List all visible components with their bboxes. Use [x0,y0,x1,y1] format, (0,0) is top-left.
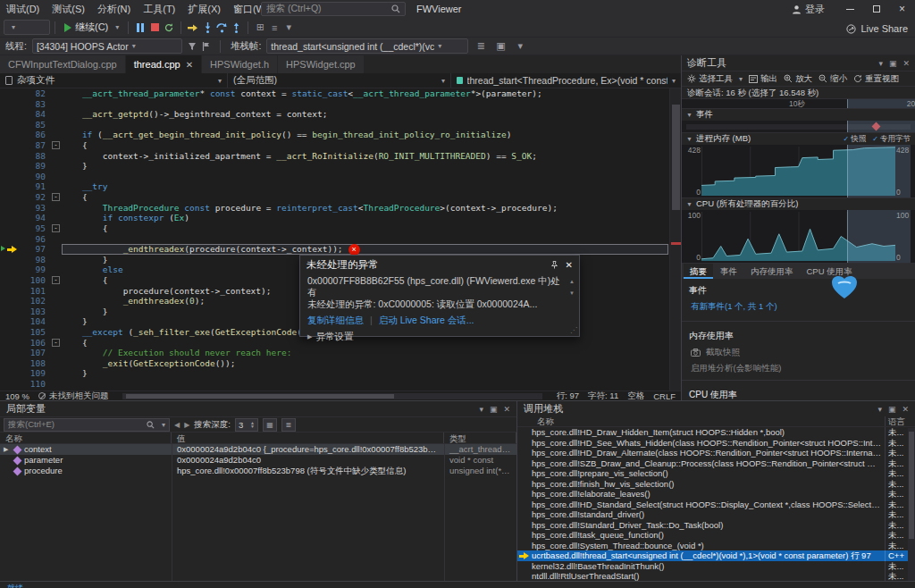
code-line-90[interactable]: 90 [0,172,668,182]
break-all-button[interactable] [133,21,147,35]
stack-frame-10[interactable]: hps_core.dll!task_queue_function()未... [517,530,915,541]
stack-frame-12[interactable]: ucrtbased.dll!thread_start<unsigned int … [517,550,915,561]
cpu-chart[interactable]: 100 0 100 0 [682,210,915,264]
locals-row-procedure[interactable]: procedurehps_core.dll!0x00007ff8b523b798… [0,466,516,476]
frame-list-icon[interactable]: ≣ [474,39,488,54]
stack-frame-4[interactable]: hps_core.dll!prepare_vis_selection()未... [517,468,915,479]
tab-thread-cpp[interactable]: thread.cpp✕ [126,55,201,73]
exception-thrown-icon[interactable]: × [348,244,360,255]
fold-collapse-icon[interactable]: - [52,276,60,284]
fold-collapse-icon[interactable]: - [52,141,60,149]
new-events-link[interactable]: 有新事件(1 个, 共 1 个) [682,299,915,318]
locals-toolbar-icon-b[interactable]: ≣ [281,418,296,432]
stack-frame-7[interactable]: hps_core.dll!HD_Standard_Select(struct H… [517,500,915,510]
code-line-84[interactable]: 84 __acrt_getptd()->_beginthread_context… [0,109,668,120]
panel-pin-icon[interactable]: ▣ [889,59,897,68]
toolbar-more-icon[interactable]: ▾ [281,21,296,35]
floating-assistant-icon[interactable] [829,275,860,302]
fold-collapse-icon[interactable]: - [52,193,60,201]
output-button[interactable]: 输出 [747,73,779,85]
code-line-86[interactable]: 86 if (__acrt_get_begin_thread_init_poli… [0,130,668,140]
code-line-96[interactable]: 96 [0,234,668,245]
locals-column-2[interactable]: 类型 [444,433,516,443]
frame-more-icon[interactable]: ▾ [513,39,527,54]
fold-collapse-icon[interactable]: - [52,339,60,347]
expand-icon[interactable]: ▶ [4,444,11,455]
panel-pin-icon[interactable]: ▣ [888,405,896,414]
show-next-statement-button[interactable] [186,21,200,35]
search-depth-stepper[interactable]: 3 ▲▼ [235,418,258,432]
toolbar-options-icon[interactable]: ≡ [267,21,281,35]
minimize-button[interactable] [837,0,863,18]
code-line-109[interactable]: 109 } [0,368,668,379]
panel-close-icon[interactable]: ✕ [902,405,909,414]
code-line-110[interactable]: 110 [0,379,668,390]
select-tool-button[interactable]: 选择工具▾ [685,73,744,85]
panel-menu-icon[interactable]: ▾ [877,405,882,414]
cpu-section-header[interactable]: ▼ CPU (所有处理器的百分比) [682,198,915,210]
zoom-in-button[interactable]: 放大 [782,73,814,85]
locals-column-1[interactable]: 值 [172,433,444,443]
breadcrumb-symbol[interactable]: thread_start<ThreadProcedure, Ex>(void *… [451,73,681,88]
stack-frame-11[interactable]: hps_core.dll!System_Thread::bounce_(void… [517,541,915,551]
events-section-header[interactable]: ▼ 事件 [682,109,915,121]
search-next-icon[interactable]: ▶ [184,421,189,429]
tab-close-icon[interactable]: ✕ [186,60,193,70]
code-line-82[interactable]: 82 __acrt_thread_parameter* const contex… [0,88,668,99]
thread-flag-icon[interactable] [202,42,210,51]
panel-close-icon[interactable]: ✕ [503,405,510,414]
panel-menu-icon[interactable]: ▾ [878,59,883,68]
menu-item-0[interactable]: 调试(D) [0,0,46,18]
events-track[interactable] [682,121,915,133]
diagnostics-panel-header[interactable]: 诊断工具 ▾ ▣ ✕ [682,55,915,71]
stack-frame-13[interactable]: kernel32.dll!BaseThreadInitThunk()未... [517,561,915,572]
pin-icon[interactable] [550,261,558,269]
step-into-button[interactable] [200,21,214,35]
column-language[interactable]: 语言 [885,416,915,426]
editor-horizontal-scrollbar[interactable] [122,393,541,399]
caret-eol[interactable]: CRLF [653,391,676,401]
code-line-97[interactable]: 97 _endthreadex(procedure(context->_cont… [0,244,668,255]
step-out-button[interactable] [229,21,243,35]
menu-item-3[interactable]: 工具(T) [137,0,181,18]
stack-frame-8[interactable]: hps_core.dll!standard_driver()未... [517,509,915,520]
zoom-level[interactable]: 109 % [5,391,29,401]
code-line-85[interactable]: 85 [0,120,668,130]
maximize-button[interactable] [863,0,889,18]
locals-search-input[interactable]: 搜索(Ctrl+E) ▾ [4,418,170,432]
timeline-selection[interactable] [847,99,915,108]
thread-dropdown[interactable]: [34304] HOOPS Actor▾ [32,38,182,54]
legend-0[interactable]: ✓快照 [844,134,867,145]
popup-scrollbar[interactable]: ▲▼ [567,276,576,298]
hot-reload-icon[interactable]: ⊞ [253,21,267,35]
editor-vertical-scrollbar[interactable] [669,88,681,391]
take-snapshot-button[interactable]: 截取快照 [682,345,915,361]
diagnostics-tab-1[interactable]: 事件 [714,264,743,279]
menu-item-1[interactable]: 测试(S) [46,0,91,18]
stack-frame-1[interactable]: hps_core.dll!HD_See_Whats_Hidden(class H… [517,438,915,449]
thread-filter-icon[interactable] [188,42,197,51]
sign-in-button[interactable]: 登录 [792,3,825,16]
code-line-89[interactable]: 89 } [0,161,668,172]
stack-frame-3[interactable]: hps_core.dll!SZB_Draw_and_Cleanup::Proce… [517,458,915,469]
fold-collapse-icon[interactable]: - [52,224,60,232]
column-splitter[interactable] [172,444,172,581]
code-line-91[interactable]: 91 __try [0,181,668,192]
diagnostics-tab-2[interactable]: 内存使用率 [744,264,800,279]
locals-row-context[interactable]: ▶context0x0000024a9d2b04c0 {_procedure=h… [0,444,516,455]
column-name[interactable]: 名称 [517,416,885,426]
stack-frame-14[interactable]: ntdll.dll!RtlUserThreadStart()未... [517,571,915,581]
code-line-94[interactable]: 94 if constexpr (Ex) [0,213,668,223]
code-line-87[interactable]: 87- { [0,140,668,151]
start-live-share-link[interactable]: 启动 Live Share 会话... [379,315,474,327]
locals-column-0[interactable]: 名称 [0,433,172,443]
code-line-95[interactable]: 95- { [0,223,668,234]
menu-item-4[interactable]: 扩展(X) [181,0,227,18]
code-line-83[interactable]: 83 [0,99,668,110]
popup-resize-grip[interactable]: ⋰ [570,327,577,334]
search-prev-icon[interactable]: ◀ [174,421,180,429]
panel-close-icon[interactable]: ✕ [902,59,910,68]
panel-pin-icon[interactable]: ▣ [490,405,498,414]
stack-frame-5[interactable]: hps_core.dll!finish_hw_vis_selection()未.… [517,479,915,490]
stack-frame-0[interactable]: hps_core.dll!HD_Draw_Hidden_Item(struct … [517,427,915,438]
